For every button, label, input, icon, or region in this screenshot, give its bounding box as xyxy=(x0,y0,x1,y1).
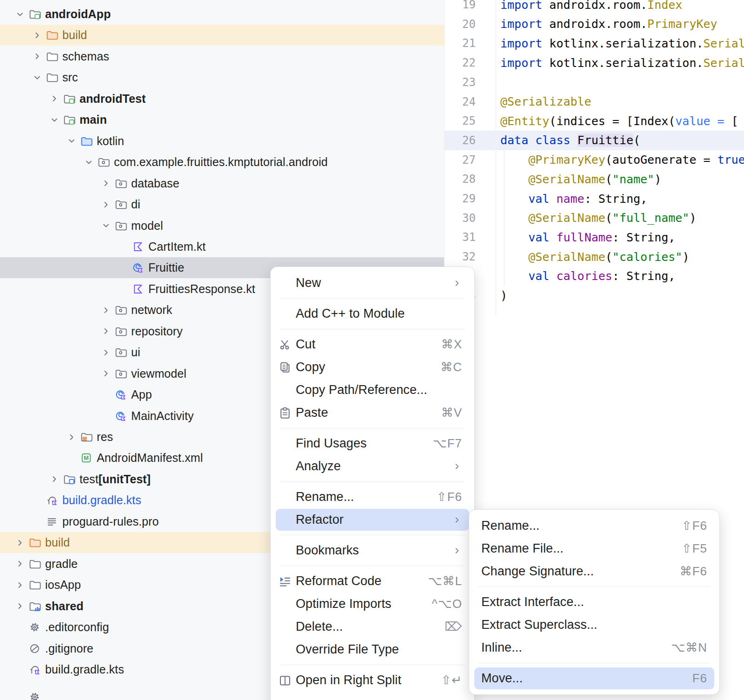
tree-item-label: androidApp xyxy=(45,7,111,21)
module-android-icon xyxy=(63,113,75,126)
tree-item-src[interactable]: src xyxy=(0,67,445,88)
code-token: (autoGenerate = xyxy=(605,153,717,167)
code-line-28: 28 @SerialName("name") xyxy=(445,169,744,189)
chevron-right-icon[interactable] xyxy=(11,553,28,574)
tree-item-label: kotlin xyxy=(97,134,124,148)
code-token: kotlinx.serialization. xyxy=(549,37,703,50)
package-icon xyxy=(114,220,127,232)
tree-item-database[interactable]: database xyxy=(0,173,445,194)
chevron-right-icon[interactable] xyxy=(63,427,80,447)
chevron-right-icon[interactable] xyxy=(11,596,28,617)
code-line-22: 22import kotlinx.serialization.Serializa… xyxy=(445,53,744,73)
menu-separator xyxy=(280,665,465,665)
tree-item-label: model xyxy=(131,219,163,233)
tree-item-build[interactable]: build xyxy=(0,25,445,46)
code-line-33: 33 val calories: String, xyxy=(445,267,744,286)
menu-item-add-c-to-module[interactable]: Add C++ to Module xyxy=(271,302,474,325)
line-number: 22 xyxy=(445,56,496,69)
tree-item-androidtest[interactable]: androidTest xyxy=(0,88,445,109)
code-token: import xyxy=(500,37,549,50)
chevron-right-icon[interactable] xyxy=(97,321,114,342)
menu-item-shortcut: ⌥F7 xyxy=(433,436,462,451)
line-number: 30 xyxy=(445,212,496,225)
tree-item-cartitem-kt[interactable]: CartItem.kt xyxy=(0,236,445,257)
chevron-spacer xyxy=(114,257,132,278)
menu-item-override-file-type[interactable]: Override File Type xyxy=(271,638,474,661)
code-token: : String, xyxy=(585,192,647,206)
folder-build-icon xyxy=(46,29,58,41)
code-token: data class xyxy=(500,133,578,147)
chevron-right-icon[interactable] xyxy=(97,300,114,320)
chevron-right-icon[interactable] xyxy=(97,363,114,384)
tree-item-label: build xyxy=(45,536,70,549)
menu-item-rename-file[interactable]: Rename File...⇧F5 xyxy=(469,537,719,560)
menu-item-paste[interactable]: Paste⌘V xyxy=(271,401,474,424)
line-number: 32 xyxy=(445,250,496,263)
code-token xyxy=(500,211,528,225)
chevron-down-icon[interactable] xyxy=(80,152,97,173)
menu-item-rename[interactable]: Rename...⇧F6 xyxy=(469,514,719,537)
menu-item-change-signature[interactable]: Change Signature...⌘F6 xyxy=(469,560,719,583)
chevron-right-icon[interactable] xyxy=(46,469,63,490)
menu-item-cut[interactable]: Cut⌘X xyxy=(271,333,474,356)
tree-item-kotlin[interactable]: kotlin xyxy=(0,131,445,152)
tree-item-model[interactable]: model xyxy=(0,215,445,236)
menu-item-inline[interactable]: Inline...⌥⌘N xyxy=(469,636,719,659)
menu-item-optimize-imports[interactable]: Optimize Imports^⌥O xyxy=(271,593,474,615)
menu-item-extract-superclass[interactable]: Extract Superclass... xyxy=(469,613,719,636)
tree-item-label: ui xyxy=(131,346,140,359)
menu-icon-spacer xyxy=(278,307,296,321)
chevron-right-icon[interactable] xyxy=(28,46,46,67)
menu-item-copy[interactable]: Copy⌘C xyxy=(271,356,474,379)
tree-item-label: gradle xyxy=(45,557,78,571)
tree-item-label: build.gradle.kts xyxy=(62,493,141,507)
chevron-right-icon[interactable] xyxy=(97,173,114,194)
chevron-down-icon[interactable] xyxy=(63,131,80,152)
code-token: val xyxy=(528,231,556,244)
tree-item-label: FruittiesResponse.kt xyxy=(148,282,255,296)
svg-text:M: M xyxy=(84,455,89,462)
chevron-right-icon[interactable] xyxy=(46,88,63,109)
code-token xyxy=(500,192,528,206)
menu-item-refactor[interactable]: Refactor xyxy=(271,508,474,531)
menu-item-copy-path-reference[interactable]: Copy Path/Reference... xyxy=(271,379,474,401)
code-token: import xyxy=(500,17,549,31)
menu-item-rename[interactable]: Rename...⇧F6 xyxy=(271,486,474,508)
tree-item-label: shared xyxy=(45,600,84,613)
menu-item-label: Refactor xyxy=(296,513,445,527)
code-token: : String, xyxy=(612,269,675,283)
code-token: ( xyxy=(605,173,612,186)
menu-item-delete[interactable]: Delete...⌦ xyxy=(271,615,474,638)
menu-item-extract-interface[interactable]: Extract Interface... xyxy=(469,591,719,613)
menu-item-find-usages[interactable]: Find Usages⌥F7 xyxy=(271,432,474,455)
chevron-spacer xyxy=(28,490,46,511)
code-token: Fruittie xyxy=(578,133,633,147)
tree-item-suffix: [unitTest] xyxy=(99,473,151,486)
chevron-right-icon[interactable] xyxy=(11,574,28,595)
chevron-down-icon[interactable] xyxy=(97,215,114,236)
package-icon xyxy=(114,177,127,190)
tree-item-androidapp[interactable]: androidApp xyxy=(0,4,445,25)
tree-item-schemas[interactable]: schemas xyxy=(0,46,445,67)
menu-separator xyxy=(478,587,710,587)
code-token xyxy=(500,231,528,244)
tree-item-main[interactable]: main xyxy=(0,109,445,130)
menu-item-open-in-right-split[interactable]: Open in Right Split⇧↵ xyxy=(271,669,474,692)
chevron-down-icon[interactable] xyxy=(46,109,63,130)
menu-item-shortcut: ⇧F5 xyxy=(682,541,707,556)
menu-item-move[interactable]: Move...F6 xyxy=(469,667,719,690)
menu-item-reformat-code[interactable]: Reformat Code⌥⌘L xyxy=(271,570,474,593)
tree-item-com-example-fruitties-kmptutorial-android[interactable]: com.example.fruitties.kmptutorial.androi… xyxy=(0,152,445,173)
chevron-right-icon[interactable] xyxy=(97,194,114,215)
chevron-down-icon[interactable] xyxy=(11,4,28,25)
menu-item-analyze[interactable]: Analyze xyxy=(271,455,474,478)
chevron-right-icon[interactable] xyxy=(28,25,46,46)
code-token: @SerialName xyxy=(528,173,605,186)
menu-item-bookmarks[interactable]: Bookmarks xyxy=(271,539,474,562)
chevron-down-icon[interactable] xyxy=(28,67,46,88)
text-file-icon xyxy=(46,515,58,528)
tree-item-di[interactable]: di xyxy=(0,194,445,215)
chevron-right-icon[interactable] xyxy=(11,532,28,553)
chevron-right-icon[interactable] xyxy=(97,342,114,363)
menu-item-new[interactable]: New xyxy=(271,272,474,294)
